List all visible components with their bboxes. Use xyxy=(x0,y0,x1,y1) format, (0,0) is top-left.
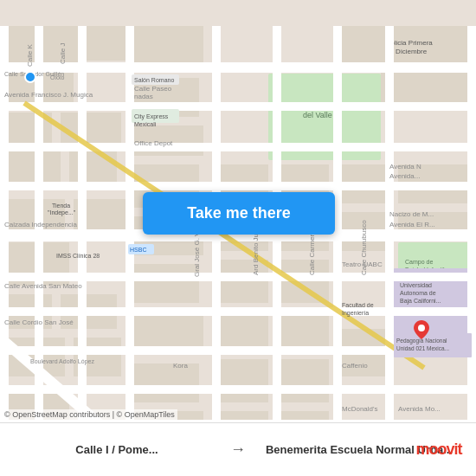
origin-label: Calle I / Pome... xyxy=(9,443,225,456)
svg-rect-63 xyxy=(0,307,476,316)
svg-rect-71 xyxy=(212,26,221,450)
origin-marker xyxy=(24,71,36,83)
svg-text:IMSS Clínica 28: IMSS Clínica 28 xyxy=(56,253,100,259)
svg-text:Office Depot: Office Depot xyxy=(134,139,173,147)
map-container: Jardines del Valle Campo de Beisbol Infa… xyxy=(0,0,476,476)
svg-text:Tienda: Tienda xyxy=(52,203,70,209)
svg-text:Avenida...: Avenida... xyxy=(389,172,420,180)
svg-text:Calle Paseo: Calle Paseo xyxy=(134,85,172,93)
svg-text:Baja Californi...: Baja Californi... xyxy=(400,298,441,305)
map-svg: Jardines del Valle Campo de Beisbol Infa… xyxy=(0,0,476,476)
svg-rect-60 xyxy=(0,182,476,190)
svg-rect-62 xyxy=(0,273,476,281)
svg-text:City Express: City Express xyxy=(134,113,169,120)
svg-rect-34 xyxy=(216,312,268,351)
bottom-bar: Calle I / Pome... → Benemerita Escuela N… xyxy=(0,422,476,476)
svg-text:Mexicali: Mexicali xyxy=(134,121,157,127)
svg-text:Calle K: Calle K xyxy=(26,44,34,67)
svg-text:Calle Carmen: Calle Carmen xyxy=(308,233,316,275)
svg-text:Unidad 021 Mexica...: Unidad 021 Mexica... xyxy=(396,345,449,351)
svg-text:del Valle: del Valle xyxy=(303,111,332,119)
svg-rect-65 xyxy=(0,385,476,394)
svg-text:McDonald's: McDonald's xyxy=(342,405,378,413)
destination-marker xyxy=(414,320,429,339)
svg-text:Ingeniería: Ingeniería xyxy=(342,310,369,317)
svg-text:Facultad de: Facultad de xyxy=(342,302,374,308)
map-attribution: © OpenStreetMap contributors | © OpenMap… xyxy=(2,409,177,420)
arrow-icon: → xyxy=(225,441,251,459)
svg-rect-29 xyxy=(134,363,199,402)
svg-rect-69 xyxy=(78,26,87,450)
svg-text:"Indepe...": "Indepe..." xyxy=(48,209,76,216)
svg-text:Calle Cordio San José: Calle Cordio San José xyxy=(4,318,74,326)
svg-rect-27 xyxy=(134,264,199,303)
svg-text:Calle J: Calle J xyxy=(59,43,67,64)
app: Jardines del Valle Campo de Beisbol Infa… xyxy=(0,0,476,476)
svg-text:Calle Avenida San Mateo: Calle Avenida San Mateo xyxy=(4,282,82,290)
svg-rect-74 xyxy=(385,26,394,450)
svg-rect-59 xyxy=(0,143,476,151)
svg-text:Salón Romano: Salón Romano xyxy=(134,77,174,83)
svg-text:Oxxo: Oxxo xyxy=(50,74,64,80)
svg-rect-72 xyxy=(273,26,281,450)
svg-text:Universidad: Universidad xyxy=(400,282,432,288)
svg-text:Kora: Kora xyxy=(173,362,188,370)
svg-text:Autonoma de: Autonoma de xyxy=(400,290,436,296)
svg-text:HSBC: HSBC xyxy=(130,247,146,253)
svg-text:Nacizo de M...: Nacizo de M... xyxy=(389,210,434,218)
svg-rect-40 xyxy=(277,312,329,351)
svg-text:Avenida Francisco J. Mugica: Avenida Francisco J. Mugica xyxy=(4,91,93,99)
svg-text:Avenida N: Avenida N xyxy=(389,163,421,170)
take-me-there-button[interactable]: Take me there xyxy=(143,192,335,235)
svg-rect-35 xyxy=(216,359,268,402)
svg-rect-73 xyxy=(333,26,342,450)
svg-text:Calzada Independencia: Calzada Independencia xyxy=(4,221,78,228)
svg-text:Boulevard Adolfo López: Boulevard Adolfo López xyxy=(30,358,94,365)
svg-rect-11 xyxy=(61,113,121,143)
svg-rect-67 xyxy=(0,26,9,450)
moovit-brand: moovit xyxy=(415,441,461,459)
svg-point-120 xyxy=(418,325,425,331)
svg-text:Avenida Mo...: Avenida Mo... xyxy=(398,405,441,413)
svg-text:Avenida El R...: Avenida El R... xyxy=(389,221,435,228)
svg-text:Campo de: Campo de xyxy=(405,259,433,266)
svg-text:Caffenio: Caffenio xyxy=(342,362,368,370)
svg-rect-57 xyxy=(0,62,476,73)
svg-rect-68 xyxy=(35,26,43,450)
moovit-logo: moovit xyxy=(408,431,469,467)
svg-rect-75 xyxy=(467,26,476,450)
svg-rect-41 xyxy=(277,359,329,402)
svg-rect-70 xyxy=(125,26,134,450)
svg-text:nadas: nadas xyxy=(134,93,153,100)
svg-text:Teatro UABC: Teatro UABC xyxy=(342,261,383,268)
svg-rect-58 xyxy=(0,102,476,111)
